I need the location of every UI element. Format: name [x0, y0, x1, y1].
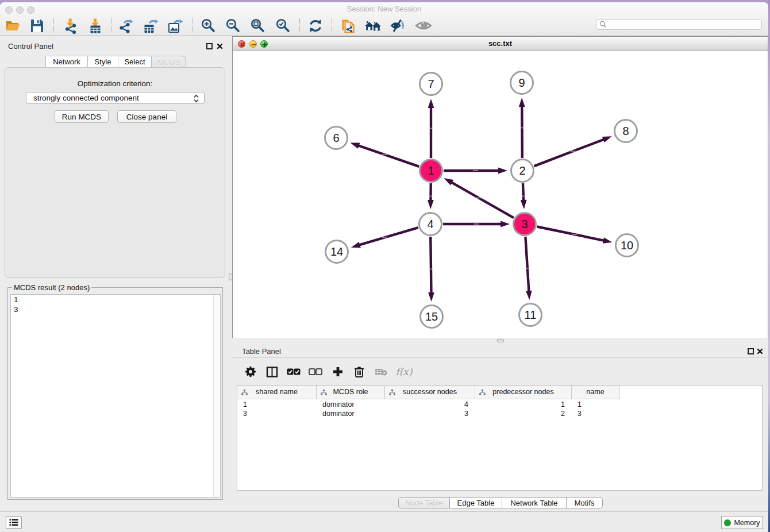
result-item[interactable]: 1	[11, 295, 220, 304]
tab-select[interactable]: Select	[118, 56, 152, 68]
horizontal-splitter[interactable]	[232, 338, 768, 343]
table-tab-motifs[interactable]: Motifs	[567, 497, 603, 508]
open-session-icon[interactable]	[4, 17, 21, 34]
criterion-select[interactable]: strongly connected component	[26, 92, 205, 104]
run-mcds-button[interactable]: Run MCDS	[55, 110, 109, 123]
search-icon	[599, 21, 607, 28]
graph-edge-handle	[521, 196, 526, 197]
graph-edge-handle	[473, 170, 478, 171]
graph-node-label-2: 2	[519, 164, 525, 177]
column-header-name[interactable]: name	[572, 385, 619, 399]
control-panel-float-button[interactable]	[206, 43, 213, 49]
network-canvas[interactable]: 7968124314101511	[233, 51, 768, 338]
table-settings-icon[interactable]	[242, 364, 259, 380]
control-panel-close-icon[interactable]	[217, 43, 223, 49]
tab-mcds[interactable]: MCDS	[151, 56, 186, 68]
column-header-successor-nodes[interactable]: successor nodes	[385, 385, 475, 399]
table-cell[interactable]: 1	[237, 400, 317, 409]
export-network-icon[interactable]	[117, 17, 134, 34]
graph-node-label-6: 6	[333, 132, 339, 144]
hide-selected-icon[interactable]	[390, 17, 407, 34]
search-input[interactable]	[607, 21, 761, 29]
table-tab-node-table[interactable]: Node Table	[398, 497, 450, 508]
column-header-label: predecessor nodes	[475, 385, 571, 399]
application-window: Session: New Session	[0, 2, 768, 532]
column-header-shared-name[interactable]: shared name	[237, 385, 317, 399]
table-row-0[interactable]: 1dominator411	[237, 400, 762, 409]
result-item[interactable]: 3	[11, 304, 220, 314]
network-window-titlebar[interactable]: scc.txt	[233, 37, 768, 51]
table-tab-network-table[interactable]: Network Table	[502, 497, 567, 508]
memory-button[interactable]: Memory	[721, 516, 763, 529]
table-cell[interactable]: 3	[385, 409, 475, 418]
select-all-icon[interactable]	[286, 364, 302, 380]
vertical-splitter[interactable]	[227, 36, 232, 511]
graph-edge-2-9[interactable]	[522, 105, 522, 158]
table-panel-close-icon[interactable]	[757, 348, 763, 354]
graph-edge-4-15[interactable]	[430, 237, 431, 294]
table-cell[interactable]: 3	[572, 409, 619, 418]
graph-edge-3-1[interactable]	[451, 182, 514, 218]
delete-table-icon[interactable]	[373, 364, 389, 380]
optimization-criterion-label: Optimization criterion:	[5, 79, 225, 88]
table-cell[interactable]: 1	[572, 400, 619, 409]
add-column-icon[interactable]	[330, 364, 346, 380]
graph-node-label-3: 3	[521, 218, 528, 230]
zoom-out-icon[interactable]	[225, 17, 242, 34]
deselect-all-icon[interactable]	[307, 364, 324, 380]
clone-network-icon[interactable]	[339, 17, 356, 34]
graph-arrow-2-8	[602, 136, 612, 142]
table-cell[interactable]: 1	[475, 400, 572, 409]
import-table-icon[interactable]	[87, 17, 104, 34]
graph-edge-handle	[519, 127, 525, 128]
table-cell[interactable]: 4	[385, 400, 475, 409]
export-image-icon[interactable]	[167, 17, 184, 34]
table-tab-edge-table[interactable]: Edge Table	[450, 497, 502, 508]
table-cell[interactable]: 3	[237, 409, 317, 418]
list-icon	[9, 519, 18, 526]
graph-edge-3-11[interactable]	[525, 237, 529, 292]
horizontal-splitter-grip[interactable]	[497, 339, 504, 342]
table-cell[interactable]: dominator	[317, 409, 385, 418]
column-header-MCDS-role[interactable]: MCDS role	[317, 385, 385, 399]
graph-edge-handle	[382, 237, 387, 238]
column-header-predecessor-nodes[interactable]: predecessor nodes	[475, 385, 572, 399]
graph-edge-2-3[interactable]	[523, 183, 523, 202]
table-panel-float-button[interactable]	[748, 348, 754, 354]
show-column-icon[interactable]	[264, 364, 280, 380]
table-row-1[interactable]: 3dominator323	[237, 409, 762, 418]
refresh-icon[interactable]	[307, 17, 324, 34]
zoom-fit-icon[interactable]	[249, 17, 267, 34]
zoom-selected-icon[interactable]	[275, 17, 292, 34]
table-cell[interactable]: 2	[475, 409, 572, 418]
table-tabs: Node TableEdge TableNetwork TableMotifs	[398, 497, 603, 508]
graph-arrow-1-7	[428, 99, 434, 108]
graph-arrow-4-3	[500, 221, 510, 228]
mcds-result-list[interactable]: 13	[10, 294, 221, 498]
graph-edge-3-10[interactable]	[537, 226, 605, 241]
search-box[interactable]	[596, 19, 762, 30]
save-session-icon[interactable]	[28, 17, 45, 34]
import-network-icon[interactable]	[62, 17, 79, 34]
tab-network[interactable]: Network	[45, 56, 88, 68]
function-builder-icon[interactable]: f(x)	[394, 364, 414, 380]
show-all-icon[interactable]	[415, 17, 432, 34]
delete-column-icon[interactable]	[351, 364, 367, 380]
panel-list-button[interactable]	[6, 516, 22, 529]
first-neighbors-icon[interactable]	[364, 17, 382, 34]
graph-edge-1-6[interactable]	[357, 145, 419, 167]
graph-edge-2-8[interactable]	[534, 139, 605, 166]
graph-arrow-2-9	[519, 98, 525, 107]
export-table-icon[interactable]	[142, 17, 159, 34]
result-scrollbar[interactable]	[213, 295, 220, 497]
graph-edge-4-14[interactable]	[358, 228, 418, 245]
graph-node-label-10: 10	[621, 239, 633, 252]
window-title: Session: New Session	[0, 5, 768, 13]
graph-arrow-3-11	[526, 291, 532, 300]
close-panel-button[interactable]: Close panel	[117, 110, 176, 123]
memory-status-dot	[724, 519, 731, 526]
mcds-result-title: MCDS result (2 nodes)	[12, 283, 91, 292]
zoom-in-icon[interactable]	[200, 17, 217, 34]
table-cell[interactable]: dominator	[317, 400, 385, 409]
tab-style[interactable]: Style	[87, 56, 118, 68]
